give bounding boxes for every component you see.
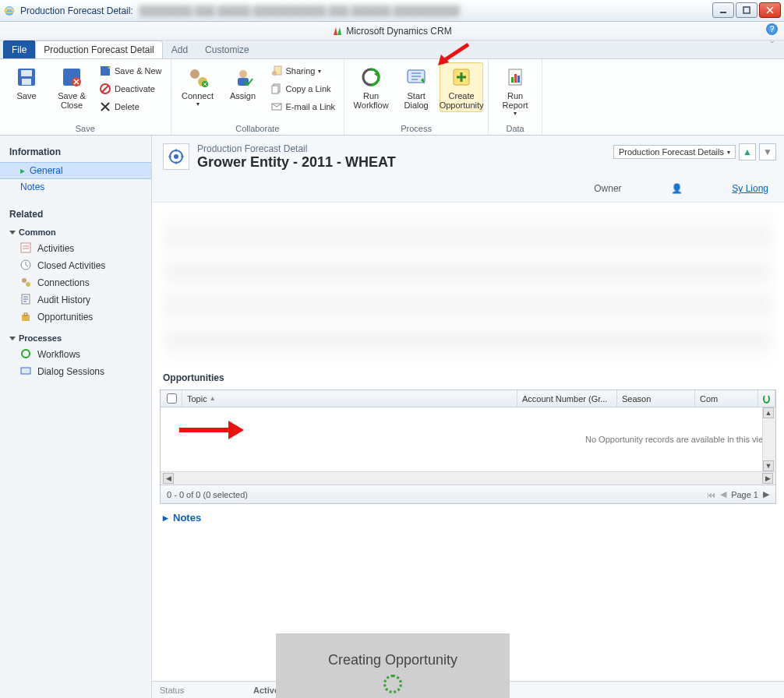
svg-point-30: [22, 278, 26, 283]
run-report-button[interactable]: Run Report▾: [493, 62, 537, 119]
sidebar-item-workflows[interactable]: Workflows: [0, 346, 151, 363]
connect-button[interactable]: Connect▾: [176, 62, 220, 110]
svg-rect-36: [21, 368, 30, 374]
ribbon: Save Save & Close Save & New Deactivate …: [0, 59, 784, 136]
nav-down-button[interactable]: ▼: [759, 143, 776, 160]
ribbon-group-process: Process: [349, 122, 483, 135]
vertical-scrollbar[interactable]: ▲ ▼: [762, 407, 775, 471]
horizontal-scrollbar[interactable]: ◀ ▶: [161, 471, 775, 485]
window-subtitle-blur: ████████ ███ █████ ███████████ ███ █████…: [139, 5, 460, 16]
save-new-icon: [99, 65, 111, 77]
owner-link[interactable]: Sy Liong: [732, 183, 768, 194]
sidebar-item-notes[interactable]: Notes: [0, 179, 151, 195]
email-link-button[interactable]: E-mail a Link: [267, 98, 340, 115]
svg-point-11: [190, 69, 200, 79]
copy-link-button[interactable]: Copy a Link: [267, 80, 340, 97]
status-label: Status: [160, 686, 253, 695]
grid-empty-text: No Opportunity records are available in …: [585, 435, 769, 444]
svg-rect-28: [21, 243, 30, 252]
modal-text: Creating Opportunity: [328, 652, 457, 668]
delete-button[interactable]: Delete: [95, 98, 166, 115]
assign-icon: [231, 65, 256, 90]
sidebar-item-opportunities[interactable]: Opportunities: [0, 308, 151, 326]
refresh-grid-button[interactable]: [758, 390, 775, 407]
scroll-down-icon[interactable]: ▼: [763, 460, 774, 471]
pager-next-icon[interactable]: ▶: [763, 489, 769, 499]
grid-record-count: 0 - 0 of 0 (0 selected): [167, 490, 248, 499]
save-button[interactable]: Save: [5, 62, 48, 103]
tab-forecast-detail[interactable]: Production Forecast Detail: [35, 41, 162, 58]
help-icon[interactable]: ?: [766, 23, 778, 35]
chevron-right-icon: ▸: [163, 512, 168, 524]
sidebar-group-common[interactable]: Common: [0, 224, 151, 240]
save-new-button[interactable]: Save & New: [95, 62, 166, 79]
grid-body: No Opportunity records are available in …: [161, 407, 775, 471]
scroll-left-icon[interactable]: ◀: [163, 473, 174, 484]
activities-icon: [20, 242, 33, 255]
share-icon: [270, 65, 283, 77]
record-header: Production Forecast Detail Grower Entity…: [152, 136, 784, 203]
closed-activities-icon: [20, 259, 33, 272]
pager-first-icon[interactable]: ⏮: [707, 490, 715, 499]
opportunity-icon: [20, 311, 33, 323]
ribbon-group-data: Data: [493, 122, 537, 135]
sidebar: Information ▸General Notes Related Commo…: [0, 136, 152, 698]
save-close-button[interactable]: Save & Close: [50, 62, 94, 112]
ribbon-group-collaborate: Collaborate: [176, 122, 340, 135]
svg-point-31: [26, 282, 30, 287]
create-opportunity-button[interactable]: Create Opportunity: [440, 62, 483, 112]
svg-rect-27: [517, 76, 520, 83]
email-icon: [270, 100, 283, 113]
col-commodity[interactable]: Com: [695, 390, 758, 407]
nav-up-button[interactable]: ▲: [739, 143, 756, 160]
sidebar-item-dialog-sessions[interactable]: Dialog Sessions: [0, 363, 151, 380]
svg-rect-5: [21, 70, 32, 76]
assign-button[interactable]: Assign: [221, 62, 265, 103]
audit-icon: [20, 294, 33, 306]
record-name: Grower Entity - 2011 - WHEAT: [197, 154, 396, 171]
deactivate-button[interactable]: Deactivate: [95, 80, 166, 97]
chevron-updown-icon[interactable]: ⌵: [766, 37, 778, 44]
sidebar-item-general[interactable]: ▸General: [0, 162, 151, 179]
view-selector[interactable]: Production Forecast Details▾: [613, 145, 736, 159]
sharing-button[interactable]: Sharing▾: [267, 62, 340, 79]
sidebar-item-connections[interactable]: Connections: [0, 274, 151, 291]
chevron-down-icon: ▾: [727, 149, 730, 156]
sort-asc-icon: ▲: [210, 395, 216, 402]
select-all-checkbox[interactable]: [167, 393, 177, 404]
maximize-button[interactable]: [736, 2, 758, 18]
workflow-icon: [358, 65, 383, 90]
col-season[interactable]: Season: [617, 390, 695, 407]
pager-prev-icon[interactable]: ◀: [720, 489, 726, 499]
svg-point-17: [272, 71, 277, 76]
svg-rect-2: [720, 12, 726, 13]
arrow-down-icon: ▼: [763, 146, 772, 157]
svg-rect-25: [511, 77, 514, 83]
col-account-number[interactable]: Account Number (Gr...: [517, 390, 617, 407]
form-body-blurred: [163, 212, 773, 360]
svg-point-35: [22, 350, 30, 358]
sidebar-group-processes[interactable]: Processes: [0, 330, 151, 346]
col-topic[interactable]: Topic▲: [182, 390, 517, 407]
sidebar-item-audit-history[interactable]: Audit History: [0, 291, 151, 308]
brand-logo-icon: [332, 26, 343, 37]
svg-rect-26: [514, 74, 517, 83]
save-icon: [14, 65, 39, 90]
run-workflow-button[interactable]: Run Workflow: [349, 62, 393, 112]
arrow-up-icon: ▲: [743, 146, 752, 157]
ie-icon: [3, 5, 16, 17]
chevron-down-icon: ▾: [196, 100, 200, 108]
section-notes-header[interactable]: ▸Notes: [163, 512, 773, 524]
start-dialog-button[interactable]: Start Dialog: [394, 62, 438, 112]
tab-add[interactable]: Add: [163, 41, 196, 58]
minimize-button[interactable]: [712, 2, 734, 18]
dialog-icon: [404, 65, 429, 90]
scroll-right-icon[interactable]: ▶: [762, 473, 773, 484]
sidebar-item-closed-activities[interactable]: Closed Activities: [0, 257, 151, 274]
tab-customize[interactable]: Customize: [196, 41, 258, 58]
tab-file[interactable]: File: [3, 41, 35, 58]
window-title: Production Forecast Detail:: [20, 5, 133, 16]
close-button[interactable]: [759, 2, 781, 18]
scroll-up-icon[interactable]: ▲: [763, 407, 774, 418]
sidebar-item-activities[interactable]: Activities: [0, 240, 151, 257]
